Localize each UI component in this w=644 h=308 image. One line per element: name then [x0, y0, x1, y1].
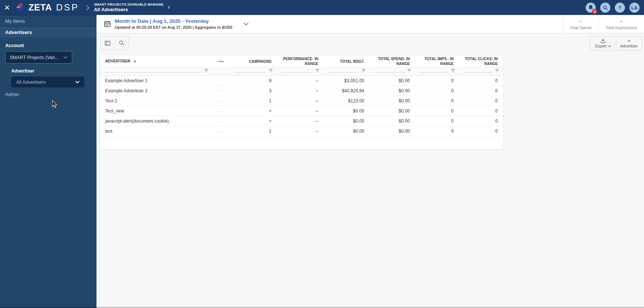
column-header-total-imps[interactable]: TOTAL IMPS.: IN RANGE: [415, 56, 459, 67]
export-button[interactable]: Export: [590, 36, 616, 50]
brand-name: ZETA: [28, 2, 52, 13]
notifications-button[interactable]: 3: [586, 3, 596, 13]
campaigns-cell[interactable]: +: [230, 106, 277, 116]
column-filter-input[interactable]: [282, 69, 313, 73]
table-row: Test_new ··· + – $0.00 $0.00 0 0: [100, 106, 503, 116]
column-header-advertiser[interactable]: ADVERTISER▲: [100, 56, 212, 67]
calendar-icon: [104, 21, 111, 27]
filter-icon[interactable]: [204, 69, 209, 73]
row-menu-icon[interactable]: ···: [212, 86, 230, 96]
advertiser-name[interactable]: Test 2: [100, 96, 212, 106]
campaigns-cell[interactable]: 1: [230, 96, 277, 106]
avatar[interactable]: L&: [629, 3, 640, 13]
date-range-picker[interactable]: Month to Date | Aug 1, 2025 - Yesterday …: [96, 15, 249, 33]
column-filter-input[interactable]: [464, 69, 492, 73]
search-icon: [119, 40, 124, 46]
chevron-down-icon[interactable]: [243, 22, 249, 25]
close-icon[interactable]: ✕: [0, 3, 14, 12]
download-icon: [601, 38, 605, 43]
total-clicks-cell: 0: [459, 86, 503, 96]
performance-cell: –: [277, 96, 323, 106]
advertiser-subsection: Advertiser All Advertisers: [11, 68, 91, 87]
sidebar-item-label: Admin: [5, 92, 19, 97]
global-search-button[interactable]: [600, 3, 610, 13]
column-filter-input[interactable]: [374, 69, 404, 73]
advertiser-name[interactable]: javacript:alert(document.cookie);: [100, 116, 212, 126]
breadcrumb[interactable]: SMART PROJECTS (VARIABLE MARGIN) All Adv…: [94, 3, 163, 12]
stat-label: Total Spend: [570, 25, 591, 30]
account-select[interactable]: SMART Projects (Vari...: [5, 51, 72, 64]
filter-icon[interactable]: [451, 69, 455, 73]
filter-icon[interactable]: [407, 69, 411, 73]
columns-button[interactable]: [101, 36, 114, 50]
advertiser-name[interactable]: Example Advertiser 1: [100, 76, 212, 86]
content-area: Export + Advertiser: [96, 33, 644, 308]
total-budget-cell: $40,925.84: [323, 86, 369, 96]
export-label: Export: [595, 44, 606, 48]
column-filter-input[interactable]: [328, 69, 359, 73]
campaigns-cell[interactable]: +: [230, 116, 277, 126]
campaigns-cell[interactable]: 3: [230, 86, 277, 96]
zeta-logo[interactable]: ZETA DSP: [16, 2, 79, 13]
sidebar-item-label: My Items: [5, 18, 25, 24]
avatar-initials: L&: [631, 5, 638, 10]
advertisers-table-card: ADVERTISER▲ ••• CAMPAIGNS PERFORMANCE: I…: [100, 56, 503, 149]
add-advertiser-button[interactable]: + Advertiser: [616, 36, 642, 50]
sidebar-item-my-items[interactable]: My Items: [0, 15, 96, 27]
breadcrumb-expand-icon[interactable]: ›: [168, 3, 170, 11]
help-button[interactable]: ?: [615, 3, 625, 13]
filter-icon[interactable]: [361, 69, 366, 73]
sidebar-item-admin[interactable]: Admin: [0, 89, 96, 99]
column-header-total-clicks[interactable]: TOTAL CLICKS: IN RANGE: [459, 56, 503, 67]
sidebar-item-label: Advertisers: [5, 30, 32, 35]
advertiser-name[interactable]: Example Advertiser 2: [100, 86, 212, 96]
topbar-left: ✕ ZETA DSP › SMART PROJECTS (VARIABLE MA…: [0, 0, 170, 15]
column-header-campaigns[interactable]: CAMPAIGNS: [230, 56, 277, 67]
total-imps-cell: 0: [415, 96, 459, 106]
column-filter-input[interactable]: [420, 69, 448, 73]
advertiser-select[interactable]: All Advertisers: [11, 77, 85, 87]
filter-icon[interactable]: [315, 69, 320, 73]
notifications-badge: 3: [592, 9, 597, 14]
total-imps-cell: 0: [415, 76, 459, 86]
row-menu-icon[interactable]: ···: [212, 106, 230, 116]
filter-icon[interactable]: [269, 69, 273, 73]
total-imps-cell: 0: [415, 106, 459, 116]
stat-value: --: [605, 19, 637, 24]
column-header-performance[interactable]: PERFORMANCE: IN RANGE: [277, 56, 323, 67]
row-menu-icon[interactable]: ···: [212, 116, 230, 126]
date-range-text: Month to Date | Aug 1, 2025 - Yesterday …: [115, 18, 232, 30]
total-spend-cell: $0.00: [369, 76, 415, 86]
row-menu-icon[interactable]: ···: [212, 96, 230, 106]
column-filter-input[interactable]: [105, 69, 202, 73]
chevron-down-icon: [63, 56, 68, 59]
row-menu-icon[interactable]: ···: [212, 76, 230, 86]
advertiser-name[interactable]: test: [100, 126, 212, 136]
add-advertiser-label: Advertiser: [620, 44, 638, 48]
campaigns-cell[interactable]: 1: [230, 126, 277, 136]
total-spend-cell: $0.00: [369, 116, 415, 126]
column-header-total-spend[interactable]: TOTAL SPEND: IN RANGE: [369, 56, 415, 67]
sidebar-item-advertisers[interactable]: Advertisers: [0, 27, 96, 38]
main-area: Month to Date | Aug 1, 2025 - Yesterday …: [96, 15, 644, 308]
total-budget-cell: $123.00: [323, 96, 369, 106]
table-row: test ··· 1 – $0.00 $0.00 0 0: [100, 126, 503, 136]
column-header-menu[interactable]: •••: [212, 56, 230, 67]
total-imps-cell: 0: [415, 86, 459, 96]
topbar-actions: 3 ? L&: [586, 3, 640, 13]
performance-cell: –: [277, 86, 323, 96]
total-clicks-cell: 0: [459, 76, 503, 86]
column-header-total-budget[interactable]: TOTAL BDGT.: [323, 56, 369, 67]
sidebar: My Items Advertisers Account SMART Proje…: [0, 15, 96, 308]
campaigns-cell[interactable]: 8: [230, 76, 277, 86]
account-select-value: SMART Projects (Vari...: [10, 55, 59, 60]
filter-icon[interactable]: [495, 69, 499, 73]
total-budget-cell: $0.00: [323, 116, 369, 126]
column-filter-input[interactable]: [235, 69, 266, 73]
table-search-button[interactable]: [114, 36, 128, 50]
total-clicks-cell: 0: [459, 96, 503, 106]
total-clicks-cell: 0: [459, 106, 503, 116]
advertiser-name[interactable]: Test_new: [100, 106, 212, 116]
row-menu-icon[interactable]: ···: [212, 126, 230, 136]
table-row: Example Advertiser 1 ··· 8 – $3,051.00 $…: [100, 76, 503, 86]
